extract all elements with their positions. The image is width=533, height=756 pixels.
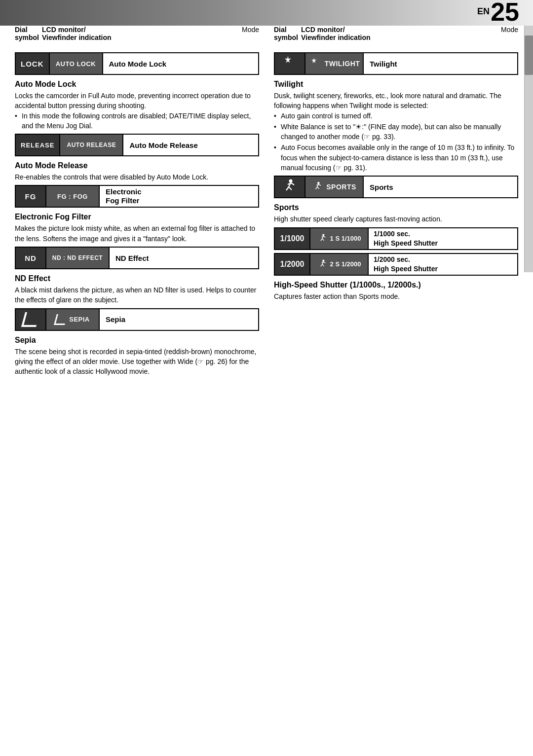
section-body-auto-lock: Locks the camcorder in Full Auto mode, p… xyxy=(15,91,259,131)
left-lcd-header: LCD monitor/ Viewfinder indication xyxy=(42,26,237,41)
dial-lock: LOCK xyxy=(16,53,49,74)
shutter-1000-label: 1 S 1/1000 xyxy=(330,235,361,242)
svg-line-10 xyxy=(316,187,317,189)
column-headers: Dial symbol LCD monitor/ Viewfinder indi… xyxy=(0,26,533,41)
svg-line-19 xyxy=(321,236,323,237)
right-mode-header: Mode xyxy=(501,26,518,41)
svg-line-16 xyxy=(320,239,322,241)
section-title-fog: Electronic Fog Filter xyxy=(15,213,259,221)
lcd-sports: SPORTS xyxy=(305,177,364,197)
scrollbar[interactable] xyxy=(524,26,533,272)
mode-row-auto-lock: LOCK AUTO LOCK Auto Mode Lock xyxy=(15,52,259,75)
right-lcd-header: LCD monitor/ Viewfinder indication xyxy=(301,26,496,41)
section-title-sepia: Sepia xyxy=(15,336,259,345)
sepia-dial-icon xyxy=(21,312,40,327)
mode-row-sports: SPORTS Sports xyxy=(274,176,518,198)
left-column: LOCK AUTO LOCK Auto Mode Lock Auto Mode … xyxy=(15,52,259,380)
mode-row-twilight: TWILIGHT Twilight xyxy=(274,52,518,75)
svg-point-2 xyxy=(289,180,293,183)
twilight-lcd-label: TWILIGHT xyxy=(325,60,360,68)
dial-twilight-icon xyxy=(275,53,305,74)
header-bar: EN 25 xyxy=(0,0,533,26)
lcd-twilight: TWILIGHT xyxy=(305,53,364,74)
svg-line-7 xyxy=(288,183,291,184)
svg-line-25 xyxy=(321,262,323,263)
svg-marker-1 xyxy=(311,58,316,63)
mode-row-sepia: SEPIA Sepia xyxy=(15,308,259,331)
section-title-auto-release: Auto Mode Release xyxy=(15,161,259,170)
mode-auto-lock: Auto Mode Lock xyxy=(103,53,259,74)
svg-line-13 xyxy=(317,184,319,185)
sports-lcd-icon xyxy=(312,181,324,193)
mode-twilight: Twilight xyxy=(364,53,517,74)
shutter-icon-2000: 2 S 1/2000 xyxy=(309,254,369,275)
sports-figure-icon xyxy=(281,178,299,196)
svg-line-11 xyxy=(317,187,319,189)
lcd-sepia: SEPIA xyxy=(45,309,100,330)
lcd-fg-fog: FG : FOG xyxy=(45,186,100,207)
shutter-2000-mode: 1/2000 sec.High Speed Shutter xyxy=(369,255,443,273)
svg-point-20 xyxy=(322,259,324,261)
sports-lcd-label: SPORTS xyxy=(326,183,356,191)
section-body-high-speed: Captures faster action than Sports mode. xyxy=(274,291,518,301)
shutter-row-2000: 1/2000 2 S 1/2000 1/2000 sec.High Speed … xyxy=(274,253,518,276)
svg-marker-0 xyxy=(285,56,291,63)
section-body-twilight: Dusk, twilight scenery, fireworks, etc.,… xyxy=(274,91,518,173)
shutter-1000-icon xyxy=(317,233,328,244)
dial-sports-icon xyxy=(275,177,305,197)
left-mode-header: Mode xyxy=(242,26,259,41)
right-column: TWILIGHT Twilight Twilight Dusk, twiligh… xyxy=(274,52,518,380)
mode-auto-release: Auto Mode Release xyxy=(123,135,258,155)
mode-row-auto-release: RELEASE AUTO RELEASE Auto Mode Release xyxy=(15,134,259,156)
shutter-icon-1000: 1 S 1/1000 xyxy=(309,228,369,249)
main-content: LOCK AUTO LOCK Auto Mode Lock Auto Mode … xyxy=(0,43,533,390)
en-label: EN xyxy=(477,6,490,17)
svg-point-8 xyxy=(317,182,320,184)
svg-point-14 xyxy=(322,234,324,236)
lcd-auto-release: AUTO RELEASE xyxy=(59,135,123,155)
shutter-2000-label: 2 S 1/2000 xyxy=(330,260,361,268)
svg-line-23 xyxy=(322,264,324,266)
section-title-high-speed: High-Speed Shutter (1/1000s., 1/2000s.) xyxy=(274,281,518,289)
lcd-auto-lock: AUTO LOCK xyxy=(49,53,103,74)
mode-nd: ND Effect xyxy=(110,248,258,268)
section-body-sepia: The scene being shot is recorded in sepi… xyxy=(15,347,259,377)
section-title-nd: ND Effect xyxy=(15,274,259,283)
mode-sepia: Sepia xyxy=(100,309,258,330)
section-body-auto-release: Re-enables the controls that were disabl… xyxy=(15,172,259,182)
section-title-auto-lock: Auto Mode Lock xyxy=(15,80,259,89)
mode-row-fog: FG FG : FOG ElectronicFog Filter xyxy=(15,185,259,208)
scrollbar-thumb xyxy=(525,36,533,75)
section-body-nd: A black mist darkens the picture, as whe… xyxy=(15,285,259,305)
section-body-sports: High shutter speed clearly captures fast… xyxy=(274,214,518,224)
left-col-header: Dial symbol LCD monitor/ Viewfinder indi… xyxy=(15,26,259,41)
mode-fog: ElectronicFog Filter xyxy=(100,186,258,207)
sepia-lcd-icon xyxy=(54,314,68,325)
shutter-1000-mode: 1/1000 sec.High Speed Shutter xyxy=(369,229,443,247)
lcd-nd: ND : ND EFFECT xyxy=(45,248,110,268)
mode-sports: Sports xyxy=(364,177,517,197)
shutter-num-2000: 1/2000 xyxy=(275,254,309,275)
dial-nd: ND xyxy=(16,248,45,268)
page-number: 25 xyxy=(491,0,519,25)
right-col-header: Dial symbol LCD monitor/ Viewfinder indi… xyxy=(274,26,518,41)
svg-line-17 xyxy=(322,239,324,241)
mode-row-nd: ND ND : ND EFFECT ND Effect xyxy=(15,247,259,269)
dial-fg: FG xyxy=(16,186,45,207)
section-title-sports: Sports xyxy=(274,203,518,212)
section-body-fog: Makes the picture look misty white, as w… xyxy=(15,223,259,244)
shutter-num-1000: 1/1000 xyxy=(275,228,309,249)
twilight-lcd-icon xyxy=(308,57,322,71)
twilight-star-moon-icon xyxy=(281,55,299,72)
section-title-twilight: Twilight xyxy=(274,80,518,89)
left-dial-header: Dial symbol xyxy=(15,26,42,41)
shutter-2000-icon xyxy=(317,259,328,270)
right-dial-header: Dial symbol xyxy=(274,26,301,41)
svg-line-22 xyxy=(320,264,322,266)
dial-sepia xyxy=(16,309,45,330)
dial-release: RELEASE xyxy=(16,135,59,155)
svg-line-5 xyxy=(289,187,292,190)
svg-line-4 xyxy=(286,187,289,190)
shutter-row-1000: 1/1000 1 S 1/1000 1/1000 sec.High Speed … xyxy=(274,227,518,250)
